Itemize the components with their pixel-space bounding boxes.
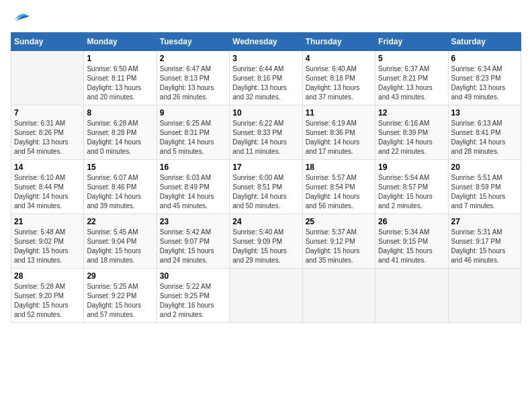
calendar-cell: 26Sunrise: 5:34 AMSunset: 9:15 PMDayligh… bbox=[375, 214, 448, 269]
day-info: Sunrise: 6:34 AMSunset: 8:23 PMDaylight:… bbox=[451, 64, 518, 102]
day-info: Sunrise: 6:28 AMSunset: 8:28 PMDaylight:… bbox=[87, 119, 153, 156]
calendar-cell: 11Sunrise: 6:19 AMSunset: 8:36 PMDayligh… bbox=[302, 105, 375, 160]
calendar-cell: 12Sunrise: 6:16 AMSunset: 8:39 PMDayligh… bbox=[375, 105, 448, 160]
header-monday: Monday bbox=[84, 33, 157, 51]
calendar-cell: 18Sunrise: 5:57 AMSunset: 8:54 PMDayligh… bbox=[302, 160, 375, 214]
calendar-cell: 16Sunrise: 6:03 AMSunset: 8:49 PMDayligh… bbox=[157, 160, 229, 214]
logo-icon bbox=[11, 11, 32, 30]
day-number: 9 bbox=[160, 108, 226, 118]
calendar-cell: 9Sunrise: 6:25 AMSunset: 8:31 PMDaylight… bbox=[157, 105, 229, 160]
day-info: Sunrise: 5:37 AMSunset: 9:12 PMDaylight:… bbox=[306, 228, 372, 265]
day-info: Sunrise: 6:07 AMSunset: 8:46 PMDaylight:… bbox=[87, 173, 153, 211]
header-saturday: Saturday bbox=[448, 33, 521, 51]
calendar-cell: 15Sunrise: 6:07 AMSunset: 8:46 PMDayligh… bbox=[84, 160, 157, 214]
day-number: 23 bbox=[160, 217, 226, 226]
calendar-cell: 4Sunrise: 6:40 AMSunset: 8:18 PMDaylight… bbox=[302, 51, 375, 105]
day-info: Sunrise: 6:40 AMSunset: 8:18 PMDaylight:… bbox=[306, 64, 372, 102]
day-number: 26 bbox=[378, 217, 445, 226]
day-info: Sunrise: 6:47 AMSunset: 8:13 PMDaylight:… bbox=[160, 64, 226, 102]
logo bbox=[11, 11, 34, 30]
day-info: Sunrise: 6:00 AMSunset: 8:51 PMDaylight:… bbox=[232, 173, 299, 211]
day-info: Sunrise: 5:25 AMSunset: 9:22 PMDaylight:… bbox=[87, 282, 153, 320]
day-number: 28 bbox=[14, 271, 81, 281]
day-info: Sunrise: 5:28 AMSunset: 9:20 PMDaylight:… bbox=[14, 282, 81, 320]
day-info: Sunrise: 6:22 AMSunset: 8:33 PMDaylight:… bbox=[232, 119, 299, 156]
day-info: Sunrise: 5:54 AMSunset: 8:57 PMDaylight:… bbox=[378, 173, 445, 211]
calendar-cell: 24Sunrise: 5:40 AMSunset: 9:09 PMDayligh… bbox=[230, 214, 302, 269]
day-info: Sunrise: 6:19 AMSunset: 8:36 PMDaylight:… bbox=[306, 119, 372, 156]
calendar-cell bbox=[11, 51, 84, 105]
calendar-cell: 28Sunrise: 5:28 AMSunset: 9:20 PMDayligh… bbox=[11, 269, 84, 323]
header-sunday: Sunday bbox=[11, 33, 84, 51]
day-number: 11 bbox=[306, 108, 372, 118]
day-info: Sunrise: 5:57 AMSunset: 8:54 PMDaylight:… bbox=[306, 173, 372, 211]
day-number: 21 bbox=[14, 217, 81, 226]
day-number: 5 bbox=[378, 54, 445, 63]
week-row-4: 21Sunrise: 5:48 AMSunset: 9:02 PMDayligh… bbox=[11, 214, 521, 269]
calendar-table: SundayMondayTuesdayWednesdayThursdayFrid… bbox=[11, 32, 521, 323]
calendar-cell: 14Sunrise: 6:10 AMSunset: 8:44 PMDayligh… bbox=[11, 160, 84, 214]
day-info: Sunrise: 6:03 AMSunset: 8:49 PMDaylight:… bbox=[160, 173, 226, 211]
day-info: Sunrise: 6:16 AMSunset: 8:39 PMDaylight:… bbox=[378, 119, 445, 156]
day-info: Sunrise: 5:34 AMSunset: 9:15 PMDaylight:… bbox=[378, 228, 445, 265]
calendar-cell: 2Sunrise: 6:47 AMSunset: 8:13 PMDaylight… bbox=[157, 51, 229, 105]
day-info: Sunrise: 6:10 AMSunset: 8:44 PMDaylight:… bbox=[14, 173, 81, 211]
calendar-cell: 3Sunrise: 6:44 AMSunset: 8:16 PMDaylight… bbox=[230, 51, 302, 105]
calendar-cell: 30Sunrise: 5:22 AMSunset: 9:25 PMDayligh… bbox=[157, 269, 229, 323]
day-number: 3 bbox=[232, 54, 299, 63]
page-header bbox=[11, 11, 521, 30]
day-number: 6 bbox=[451, 54, 518, 63]
day-info: Sunrise: 5:31 AMSunset: 9:17 PMDaylight:… bbox=[451, 228, 518, 265]
calendar-cell: 8Sunrise: 6:28 AMSunset: 8:28 PMDaylight… bbox=[84, 105, 157, 160]
day-info: Sunrise: 5:40 AMSunset: 9:09 PMDaylight:… bbox=[232, 228, 299, 265]
calendar-cell: 21Sunrise: 5:48 AMSunset: 9:02 PMDayligh… bbox=[11, 214, 84, 269]
day-info: Sunrise: 5:48 AMSunset: 9:02 PMDaylight:… bbox=[14, 228, 81, 265]
day-number: 27 bbox=[451, 217, 518, 226]
calendar-cell: 1Sunrise: 6:50 AMSunset: 8:11 PMDaylight… bbox=[84, 51, 157, 105]
day-info: Sunrise: 6:31 AMSunset: 8:26 PMDaylight:… bbox=[14, 119, 81, 156]
day-info: Sunrise: 5:42 AMSunset: 9:07 PMDaylight:… bbox=[160, 228, 226, 265]
day-number: 18 bbox=[306, 163, 372, 172]
calendar-cell: 10Sunrise: 6:22 AMSunset: 8:33 PMDayligh… bbox=[230, 105, 302, 160]
calendar-cell: 17Sunrise: 6:00 AMSunset: 8:51 PMDayligh… bbox=[230, 160, 302, 214]
calendar-cell bbox=[230, 269, 302, 323]
day-number: 22 bbox=[87, 217, 153, 226]
header-wednesday: Wednesday bbox=[230, 33, 302, 51]
day-info: Sunrise: 5:22 AMSunset: 9:25 PMDaylight:… bbox=[160, 282, 226, 320]
day-info: Sunrise: 6:13 AMSunset: 8:41 PMDaylight:… bbox=[451, 119, 518, 156]
day-number: 1 bbox=[87, 54, 153, 63]
day-info: Sunrise: 6:50 AMSunset: 8:11 PMDaylight:… bbox=[87, 64, 153, 102]
day-number: 7 bbox=[14, 108, 81, 118]
week-row-2: 7Sunrise: 6:31 AMSunset: 8:26 PMDaylight… bbox=[11, 105, 521, 160]
calendar-cell bbox=[375, 269, 448, 323]
header-thursday: Thursday bbox=[302, 33, 375, 51]
day-info: Sunrise: 6:44 AMSunset: 8:16 PMDaylight:… bbox=[232, 64, 299, 102]
calendar-cell bbox=[448, 269, 521, 323]
day-info: Sunrise: 5:45 AMSunset: 9:04 PMDaylight:… bbox=[87, 228, 153, 265]
day-number: 12 bbox=[378, 108, 445, 118]
calendar-cell: 22Sunrise: 5:45 AMSunset: 9:04 PMDayligh… bbox=[84, 214, 157, 269]
calendar-cell: 29Sunrise: 5:25 AMSunset: 9:22 PMDayligh… bbox=[84, 269, 157, 323]
week-row-5: 28Sunrise: 5:28 AMSunset: 9:20 PMDayligh… bbox=[11, 269, 521, 323]
day-number: 8 bbox=[87, 108, 153, 118]
day-number: 19 bbox=[378, 163, 445, 172]
calendar-cell: 23Sunrise: 5:42 AMSunset: 9:07 PMDayligh… bbox=[157, 214, 229, 269]
calendar-cell: 13Sunrise: 6:13 AMSunset: 8:41 PMDayligh… bbox=[448, 105, 521, 160]
calendar-cell: 6Sunrise: 6:34 AMSunset: 8:23 PMDaylight… bbox=[448, 51, 521, 105]
day-number: 17 bbox=[232, 163, 299, 172]
day-info: Sunrise: 5:51 AMSunset: 8:59 PMDaylight:… bbox=[451, 173, 518, 211]
day-number: 10 bbox=[232, 108, 299, 118]
day-number: 14 bbox=[14, 163, 81, 172]
calendar-cell: 20Sunrise: 5:51 AMSunset: 8:59 PMDayligh… bbox=[448, 160, 521, 214]
day-number: 16 bbox=[160, 163, 226, 172]
calendar-cell bbox=[302, 269, 375, 323]
day-number: 24 bbox=[232, 217, 299, 226]
calendar-cell: 27Sunrise: 5:31 AMSunset: 9:17 PMDayligh… bbox=[448, 214, 521, 269]
day-info: Sunrise: 6:37 AMSunset: 8:21 PMDaylight:… bbox=[378, 64, 445, 102]
day-number: 15 bbox=[87, 163, 153, 172]
day-number: 29 bbox=[87, 271, 153, 281]
day-number: 2 bbox=[160, 54, 226, 63]
header-friday: Friday bbox=[375, 33, 448, 51]
calendar-cell: 7Sunrise: 6:31 AMSunset: 8:26 PMDaylight… bbox=[11, 105, 84, 160]
calendar-cell: 25Sunrise: 5:37 AMSunset: 9:12 PMDayligh… bbox=[302, 214, 375, 269]
